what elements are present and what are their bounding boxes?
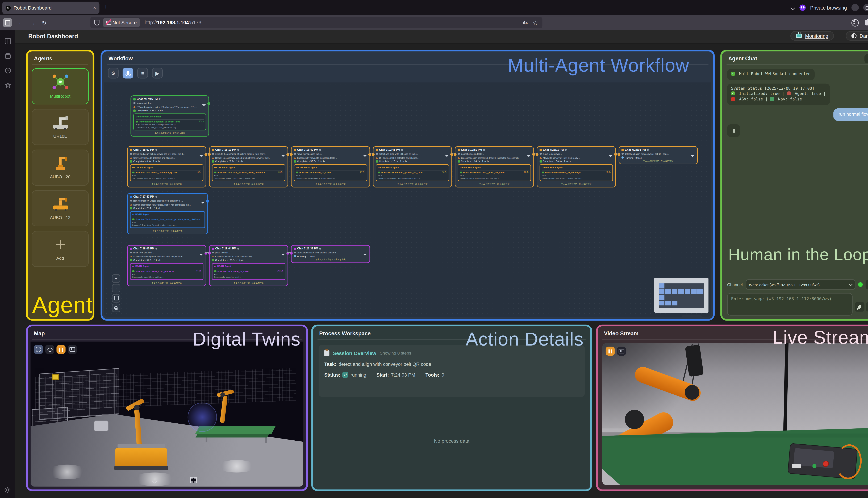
tool-call-box[interactable]: AUBO i12 AgentFunctionTool.catch_from_pl… <box>130 263 203 280</box>
expand-caret-icon[interactable] <box>609 155 612 157</box>
output-handle[interactable] <box>286 153 289 156</box>
workflow-node[interactable]: Chat 7:24:03 PMdetect and align with con… <box>619 146 698 164</box>
trash-icon[interactable] <box>647 149 649 151</box>
map-view-button[interactable] <box>45 345 54 354</box>
workflow-run-button[interactable]: ▶ <box>152 68 163 79</box>
expand-caret-icon[interactable] <box>691 155 694 157</box>
layers-icon[interactable] <box>4 53 11 59</box>
tool-call-box[interactable]: AUBO i12 AgentFunctionTool.place_to_shel… <box>212 263 285 280</box>
bookmarks-star-icon[interactable] <box>4 82 11 89</box>
agent-item-add[interactable]: Add <box>31 231 89 267</box>
collapse-chevron-icon[interactable] <box>152 479 156 483</box>
input-handle[interactable] <box>536 153 538 156</box>
input-handle[interactable] <box>372 153 374 156</box>
reload-button[interactable]: ↻ <box>42 19 47 26</box>
not-secure-chip[interactable]: Not Secure <box>103 18 140 27</box>
tool-call-box[interactable]: UR10E Robot AgentFunctionTool.pick_produ… <box>212 165 285 181</box>
workflow-node[interactable]: Chat 7:21:33 PMtransport cassette from t… <box>291 245 370 263</box>
workflow-settings-button[interactable]: ⚙ <box>108 68 119 79</box>
translate-icon[interactable]: Aa <box>523 20 528 25</box>
expand-caret-icon[interactable] <box>281 254 285 256</box>
workflow-minimap[interactable] <box>654 278 709 313</box>
input-handle[interactable] <box>290 252 293 254</box>
settings-gear-icon[interactable] <box>4 487 11 493</box>
trash-icon[interactable] <box>483 149 485 151</box>
input-handle[interactable] <box>618 153 620 156</box>
map-orbit-button[interactable] <box>34 345 43 354</box>
output-handle[interactable] <box>205 153 207 156</box>
tool-call-box[interactable]: AUBO i20 AgentFunctionTool.normal_flow_u… <box>130 211 205 228</box>
output-handle[interactable] <box>207 102 210 105</box>
expand-caret-icon[interactable] <box>200 254 203 256</box>
expand-caret-icon[interactable] <box>281 155 285 157</box>
tab-close-icon[interactable]: × <box>93 5 96 11</box>
expand-caret-icon[interactable] <box>202 104 206 106</box>
output-handle[interactable] <box>614 153 617 156</box>
workflow-node[interactable]: Chat 7:23:11 PMmove to conveyor...Moved … <box>537 146 616 187</box>
agent-item-aubo_i12[interactable]: AUBO_I12 <box>31 190 89 226</box>
channel-select[interactable]: WebSocket (ws://192.168.1.112:8000/ws) <box>745 279 855 290</box>
browser-tab[interactable]: Robot Dashboard × <box>2 2 100 14</box>
workflow-node[interactable]: Chat 7:19:04 PMplace to shelf...Cassette… <box>209 245 288 286</box>
trash-icon[interactable] <box>237 149 239 151</box>
video-stream-view[interactable] <box>602 343 868 485</box>
history-clock-icon[interactable] <box>4 67 11 74</box>
input-handle[interactable] <box>208 252 210 254</box>
trash-icon[interactable] <box>401 149 403 151</box>
trash-icon[interactable] <box>155 149 157 151</box>
back-button[interactable]: ← <box>18 19 24 26</box>
trash-icon[interactable] <box>159 98 161 100</box>
sidebar-toggle-button[interactable] <box>3 18 12 27</box>
output-handle[interactable] <box>369 153 371 156</box>
trash-icon[interactable] <box>319 149 321 151</box>
shield-icon[interactable] <box>94 20 100 26</box>
map-snapshot-button[interactable] <box>68 345 77 354</box>
lock-button[interactable] <box>112 304 120 312</box>
tool-call-box[interactable]: UR10E Robot AgentFunctionTool.detect_con… <box>130 165 203 181</box>
theme-toggle[interactable]: Dark <box>846 31 868 41</box>
expand-caret-icon[interactable] <box>363 155 367 157</box>
zoom-in-button[interactable]: + <box>112 274 120 283</box>
maximize-button[interactable] <box>863 4 868 11</box>
tool-call-box[interactable]: UR10E Robot AgentFunctionTool.move_to_ta… <box>294 165 367 181</box>
trash-icon[interactable] <box>319 248 321 250</box>
fullscreen-icon[interactable] <box>190 477 197 483</box>
map-3d-view[interactable] <box>30 342 304 487</box>
expand-caret-icon[interactable] <box>200 155 203 157</box>
video-pause-button[interactable] <box>606 346 615 356</box>
zoom-out-button[interactable]: − <box>112 284 120 293</box>
output-handle[interactable] <box>450 153 453 156</box>
tool-call-box[interactable]: UR10E Robot AgentFunctionTool.move_to_co… <box>539 165 613 181</box>
workflow-voice-button[interactable] <box>123 68 133 79</box>
input-handle[interactable] <box>290 153 293 156</box>
workflow-node[interactable]: Chat 7:18:17 PMExecute the operation of … <box>209 146 288 187</box>
output-handle[interactable] <box>206 200 209 202</box>
tab-list-chevron-icon[interactable] <box>790 5 795 10</box>
workflow-node[interactable]: Chat 7:17:47 PMstart normal flow unload … <box>127 193 208 234</box>
agent-item-multirobot[interactable]: MultiRobot <box>31 68 89 104</box>
tools-icon[interactable] <box>4 38 11 44</box>
message-input[interactable]: Enter message (WS 192.168.1.112:8000/ws) <box>727 293 853 315</box>
trash-icon[interactable] <box>237 248 239 250</box>
send-button[interactable]: ▷ <box>866 302 868 312</box>
trash-icon[interactable] <box>155 196 157 198</box>
workflow-canvas[interactable]: + − React Flow Chat 7:17:46 PMrun normal… <box>104 82 712 317</box>
output-handle[interactable] <box>532 153 535 156</box>
url-bar[interactable]: Not Secure http://192.168.1.104:5173 Aa … <box>90 17 542 28</box>
tool-call-box[interactable]: Multi-Robot CoordinatorFunctionTool.disp… <box>133 114 206 130</box>
new-tab-button[interactable]: + <box>104 3 108 11</box>
tool-call-box[interactable]: UR10E Robot AgentFunctionTool.detect_qrc… <box>376 165 449 181</box>
input-handle[interactable] <box>454 153 456 156</box>
channel-refresh-button[interactable]: ⇄ <box>866 280 868 289</box>
forward-button[interactable]: → <box>30 19 36 26</box>
workflow-node[interactable]: Chat 7:19:59 PMinspect glass on table...… <box>455 146 534 187</box>
tool-call-box[interactable]: UR10E Robot AgentFunctionTool.inspect_gl… <box>458 165 531 181</box>
workflow-node[interactable]: Chat 7:19:41 PMdetect and align with QR … <box>373 146 452 187</box>
map-pause-button[interactable] <box>56 345 65 354</box>
monitoring-link[interactable]: Monitoring <box>790 31 834 41</box>
fit-view-button[interactable] <box>112 294 120 302</box>
input-handle[interactable] <box>208 153 210 156</box>
output-handle[interactable] <box>205 252 207 254</box>
workflow-node[interactable]: Chat 7:18:42 PMmove to inspection table.… <box>291 146 370 187</box>
workflow-node[interactable]: Chat 7:18:07 PMDetect and align with con… <box>127 146 206 187</box>
